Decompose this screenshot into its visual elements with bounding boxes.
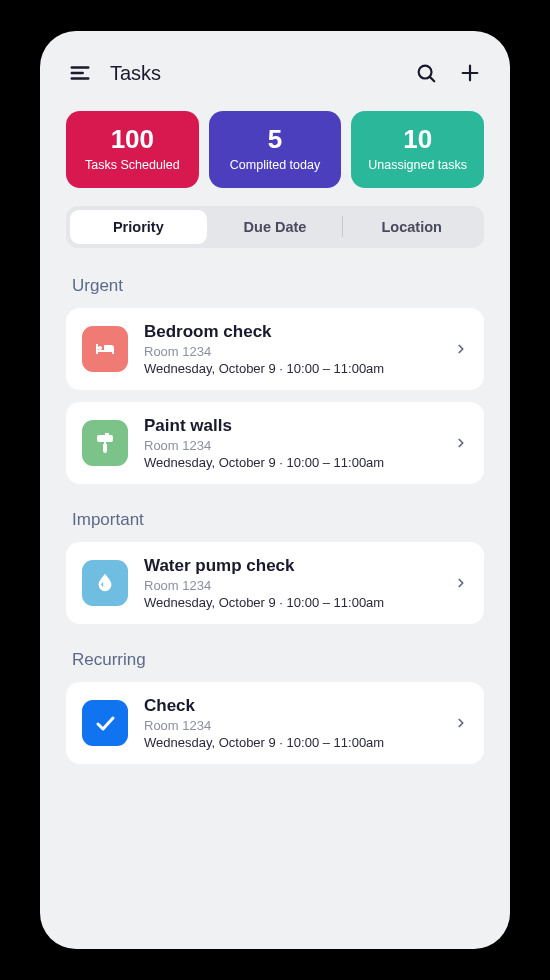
chevron-right-icon bbox=[454, 716, 468, 730]
stats-row: 100 Tasks Scheduled 5 Complited today 10… bbox=[66, 111, 484, 188]
stat-value: 5 bbox=[217, 125, 334, 154]
filter-tabs: Priority Due Date Location bbox=[66, 206, 484, 248]
task-time: Wednesday, October 9 · 10:00 – 11:00am bbox=[144, 595, 438, 610]
stat-scheduled[interactable]: 100 Tasks Scheduled bbox=[66, 111, 199, 188]
chevron-right-icon bbox=[454, 576, 468, 590]
chevron-right-icon bbox=[454, 436, 468, 450]
task-row[interactable]: Check Room 1234 Wednesday, October 9 · 1… bbox=[66, 682, 484, 764]
stat-label: Complited today bbox=[217, 158, 334, 172]
drop-icon bbox=[82, 560, 128, 606]
plus-icon bbox=[459, 62, 481, 84]
top-bar: Tasks bbox=[66, 59, 484, 87]
stat-value: 10 bbox=[359, 125, 476, 154]
task-body: Bedroom check Room 1234 Wednesday, Octob… bbox=[144, 322, 438, 376]
section-title: Important bbox=[72, 510, 484, 530]
svg-line-4 bbox=[430, 77, 434, 81]
task-title: Check bbox=[144, 696, 438, 716]
stat-unassigned[interactable]: 10 Unassigned tasks bbox=[351, 111, 484, 188]
chevron-right-icon bbox=[454, 342, 468, 356]
task-time: Wednesday, October 9 · 10:00 – 11:00am bbox=[144, 455, 438, 470]
tab-location[interactable]: Location bbox=[343, 210, 480, 244]
task-body: Paint walls Room 1234 Wednesday, October… bbox=[144, 416, 438, 470]
stat-label: Unassigned tasks bbox=[359, 158, 476, 172]
task-title: Bedroom check bbox=[144, 322, 438, 342]
check-icon bbox=[82, 700, 128, 746]
task-time: Wednesday, October 9 · 10:00 – 11:00am bbox=[144, 735, 438, 750]
task-title: Water pump check bbox=[144, 556, 438, 576]
bed-icon bbox=[82, 326, 128, 372]
section-recurring: Recurring Check Room 1234 Wednesday, Oct… bbox=[66, 650, 484, 764]
menu-icon bbox=[69, 62, 91, 84]
page-title: Tasks bbox=[110, 62, 396, 85]
search-icon bbox=[415, 62, 437, 84]
tab-priority[interactable]: Priority bbox=[70, 210, 207, 244]
task-body: Check Room 1234 Wednesday, October 9 · 1… bbox=[144, 696, 438, 750]
stat-value: 100 bbox=[74, 125, 191, 154]
task-body: Water pump check Room 1234 Wednesday, Oc… bbox=[144, 556, 438, 610]
task-row[interactable]: Water pump check Room 1234 Wednesday, Oc… bbox=[66, 542, 484, 624]
section-title: Urgent bbox=[72, 276, 484, 296]
task-subtitle: Room 1234 bbox=[144, 344, 438, 359]
task-row[interactable]: Bedroom check Room 1234 Wednesday, Octob… bbox=[66, 308, 484, 390]
stat-label: Tasks Scheduled bbox=[74, 158, 191, 172]
section-title: Recurring bbox=[72, 650, 484, 670]
stat-completed[interactable]: 5 Complited today bbox=[209, 111, 342, 188]
task-subtitle: Room 1234 bbox=[144, 718, 438, 733]
task-subtitle: Room 1234 bbox=[144, 438, 438, 453]
add-button[interactable] bbox=[456, 59, 484, 87]
section-important: Important Water pump check Room 1234 Wed… bbox=[66, 510, 484, 624]
section-urgent: Urgent Bedroom check Room 1234 Wednesday… bbox=[66, 276, 484, 484]
task-time: Wednesday, October 9 · 10:00 – 11:00am bbox=[144, 361, 438, 376]
task-row[interactable]: Paint walls Room 1234 Wednesday, October… bbox=[66, 402, 484, 484]
search-button[interactable] bbox=[412, 59, 440, 87]
task-title: Paint walls bbox=[144, 416, 438, 436]
menu-button[interactable] bbox=[66, 59, 94, 87]
tab-due-date[interactable]: Due Date bbox=[207, 210, 344, 244]
task-subtitle: Room 1234 bbox=[144, 578, 438, 593]
app-screen: Tasks 100 Tasks Scheduled 5 Complited to… bbox=[40, 31, 510, 949]
paint-icon bbox=[82, 420, 128, 466]
